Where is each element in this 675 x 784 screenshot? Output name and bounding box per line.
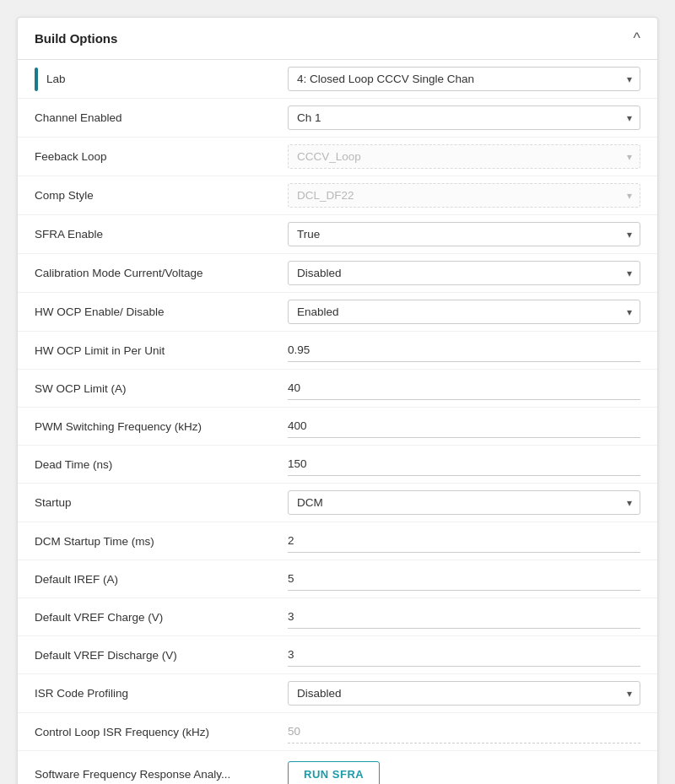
- select-isr-code-profiling[interactable]: DisabledEnabled: [288, 681, 640, 706]
- label-sfra: Software Frequency Response Analy...: [35, 768, 230, 781]
- row-control-loop-isr: Control Loop ISR Frequency (kHz): [18, 713, 657, 751]
- row-comp-style: Comp StyleDCL_DF22▾: [18, 176, 657, 215]
- input-default-iref[interactable]: [288, 567, 640, 591]
- label-isr-code-profiling: ISR Code Profiling: [35, 687, 128, 700]
- row-feedback-loop: Feeback LoopCCCV_Loop▾: [18, 138, 657, 176]
- label-control-loop-isr: Control Loop ISR Frequency (kHz): [35, 726, 209, 738]
- select-lab[interactable]: 4: Closed Loop CCCV Single Chan: [288, 67, 640, 91]
- input-dcm-startup-time[interactable]: [288, 529, 640, 553]
- row-channel-enabled: Channel EnabledCh 1▾: [18, 99, 657, 138]
- row-dcm-startup-time: DCM Startup Time (ms): [18, 522, 657, 560]
- row-calibration-mode: Calibration Mode Current/VoltageDisabled…: [18, 254, 657, 293]
- collapse-icon[interactable]: ^: [634, 30, 640, 47]
- select-sfra-enable[interactable]: TrueFalse: [288, 222, 640, 246]
- panel-body: Lab4: Closed Loop CCCV Single Chan▾Chann…: [18, 60, 657, 784]
- select-comp-style: DCL_DF22: [288, 183, 640, 208]
- label-default-vref-charge: Default VREF Charge (V): [35, 611, 163, 624]
- label-calibration-mode: Calibration Mode Current/Voltage: [35, 267, 203, 279]
- label-channel-enabled: Channel Enabled: [35, 111, 122, 124]
- select-calibration-mode[interactable]: DisabledEnabled: [288, 261, 640, 285]
- row-dead-time: Dead Time (ns): [18, 446, 657, 484]
- label-dcm-startup-time: DCM Startup Time (ms): [35, 535, 154, 548]
- row-default-vref-charge: Default VREF Charge (V): [18, 598, 657, 636]
- row-sw-ocp-limit: SW OCP Limit (A): [18, 370, 657, 408]
- input-default-vref-discharge[interactable]: [288, 643, 640, 667]
- label-sw-ocp-limit: SW OCP Limit (A): [35, 382, 127, 395]
- select-feedback-loop: CCCV_Loop: [288, 144, 640, 169]
- row-hw-ocp-limit: HW OCP Limit in Per Unit: [18, 332, 657, 370]
- panel-title: Build Options: [35, 31, 117, 46]
- label-default-vref-discharge: Default VREF Discharge (V): [35, 649, 177, 662]
- input-dead-time[interactable]: [288, 452, 640, 476]
- input-pwm-freq[interactable]: [288, 414, 640, 438]
- row-hw-ocp-enable: HW OCP Enable/ DisableEnabledDisabled▾: [18, 293, 657, 332]
- row-default-vref-discharge: Default VREF Discharge (V): [18, 636, 657, 674]
- input-hw-ocp-limit[interactable]: [288, 338, 640, 362]
- label-default-iref: Default IREF (A): [35, 573, 118, 586]
- row-sfra-enable: SFRA EnableTrueFalse▾: [18, 215, 657, 254]
- input-sw-ocp-limit[interactable]: [288, 376, 640, 400]
- label-hw-ocp-limit: HW OCP Limit in Per Unit: [35, 344, 165, 357]
- label-dead-time: Dead Time (ns): [35, 458, 112, 471]
- lab-indicator: [35, 68, 38, 91]
- label-pwm-freq: PWM Switching Frequency (kHz): [35, 420, 202, 433]
- build-options-panel: Build Options ^ Lab4: Closed Loop CCCV S…: [17, 17, 658, 784]
- label-lab: Lab: [46, 73, 66, 85]
- row-startup: StartupDCMCCM▾: [18, 484, 657, 522]
- label-comp-style: Comp Style: [35, 189, 94, 202]
- input-control-loop-isr: [288, 720, 640, 743]
- label-feedback-loop: Feeback Loop: [35, 150, 107, 163]
- row-isr-code-profiling: ISR Code ProfilingDisabledEnabled▾: [18, 674, 657, 713]
- row-sfra: Software Frequency Response Analy...RUN …: [18, 751, 657, 784]
- select-hw-ocp-enable[interactable]: EnabledDisabled: [288, 300, 640, 324]
- select-startup[interactable]: DCMCCM: [288, 490, 640, 515]
- select-channel-enabled[interactable]: Ch 1: [288, 105, 640, 130]
- row-pwm-freq: PWM Switching Frequency (kHz): [18, 408, 657, 446]
- input-default-vref-charge[interactable]: [288, 605, 640, 629]
- label-startup: Startup: [35, 496, 72, 509]
- label-hw-ocp-enable: HW OCP Enable/ Disable: [35, 305, 165, 318]
- row-default-iref: Default IREF (A): [18, 560, 657, 598]
- row-lab: Lab4: Closed Loop CCCV Single Chan▾: [18, 60, 657, 99]
- label-sfra-enable: SFRA Enable: [35, 228, 103, 241]
- panel-header: Build Options ^: [18, 18, 657, 60]
- run-sfra-button[interactable]: RUN SFRA: [288, 761, 380, 784]
